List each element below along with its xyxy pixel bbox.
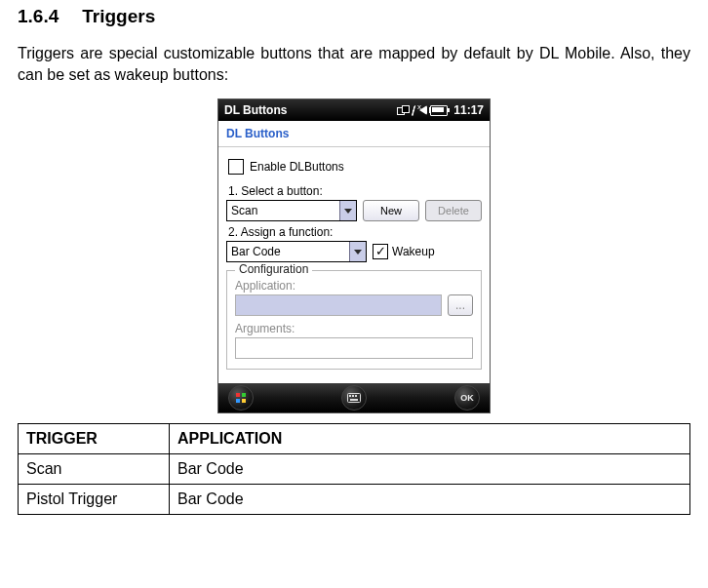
- chevron-down-icon: [344, 209, 352, 214]
- col-trigger: TRIGGER: [19, 424, 170, 454]
- triggers-table: TRIGGER APPLICATION Scan Bar Code Pistol…: [18, 423, 690, 515]
- clock: 11:17: [453, 103, 484, 117]
- svg-rect-4: [350, 399, 358, 401]
- ok-button[interactable]: OK: [454, 385, 480, 411]
- connection-icon: [397, 105, 410, 115]
- section-number: 1.6.4: [18, 6, 59, 27]
- wakeup-label: Wakeup: [392, 245, 435, 258]
- battery-icon: [430, 105, 448, 116]
- table-header-row: TRIGGER APPLICATION: [19, 424, 690, 454]
- step2-label: 2. Assign a function:: [228, 225, 482, 239]
- svg-rect-1: [349, 395, 351, 397]
- enable-dlbuttons-checkbox[interactable]: [228, 159, 244, 175]
- select-button-value: Scan: [231, 204, 257, 217]
- section-heading: 1.6.4 Triggers: [18, 6, 690, 27]
- signal-icon: [412, 105, 418, 116]
- dropdown-arrow-icon[interactable]: [339, 201, 356, 220]
- panel-title: DL Buttons: [218, 121, 490, 147]
- cell-trigger: Scan: [19, 454, 170, 485]
- cell-application: Bar Code: [170, 485, 690, 515]
- keyboard-icon: [347, 393, 361, 403]
- application-field[interactable]: [235, 294, 442, 316]
- wakeup-checkbox[interactable]: [373, 244, 388, 259]
- configuration-group: Configuration Application: ... Arguments…: [226, 270, 482, 370]
- chevron-down-icon: [354, 250, 362, 255]
- cell-application: Bar Code: [170, 454, 690, 485]
- delete-button: Delete: [425, 200, 482, 221]
- keyboard-button[interactable]: [341, 385, 367, 411]
- cell-trigger: Pistol Trigger: [19, 485, 170, 515]
- svg-rect-0: [348, 394, 361, 403]
- intro-paragraph: Triggers are special customizable button…: [18, 43, 690, 85]
- col-application: APPLICATION: [170, 424, 690, 454]
- table-row: Pistol Trigger Bar Code: [19, 485, 690, 515]
- app-title: DL Buttons: [224, 103, 287, 117]
- windows-button[interactable]: [228, 385, 254, 411]
- status-bar: DL Buttons 11:17: [218, 99, 490, 121]
- arguments-field[interactable]: [235, 337, 473, 359]
- step1-label: 1. Select a button:: [228, 184, 482, 198]
- configuration-legend: Configuration: [235, 262, 312, 276]
- browse-button[interactable]: ...: [448, 294, 473, 316]
- volume-icon: [419, 105, 427, 115]
- dl-buttons-screenshot: DL Buttons 11:17 DL Buttons Enable DLBut…: [217, 98, 491, 413]
- bottom-bar: OK: [218, 383, 490, 412]
- enable-dlbuttons-label: Enable DLButtons: [250, 160, 344, 174]
- svg-rect-3: [355, 395, 357, 397]
- dropdown-arrow-icon[interactable]: [349, 242, 366, 261]
- select-button-dropdown[interactable]: Scan: [226, 200, 357, 221]
- table-row: Scan Bar Code: [19, 454, 690, 485]
- arguments-label: Arguments:: [235, 322, 473, 335]
- assign-function-dropdown[interactable]: Bar Code: [226, 241, 367, 262]
- status-icons: [397, 105, 448, 116]
- assign-function-value: Bar Code: [231, 245, 281, 258]
- application-label: Application:: [235, 279, 473, 293]
- wakeup-group: Wakeup: [373, 244, 435, 259]
- section-title: Triggers: [82, 6, 155, 27]
- svg-rect-2: [352, 395, 354, 397]
- new-button[interactable]: New: [363, 200, 419, 221]
